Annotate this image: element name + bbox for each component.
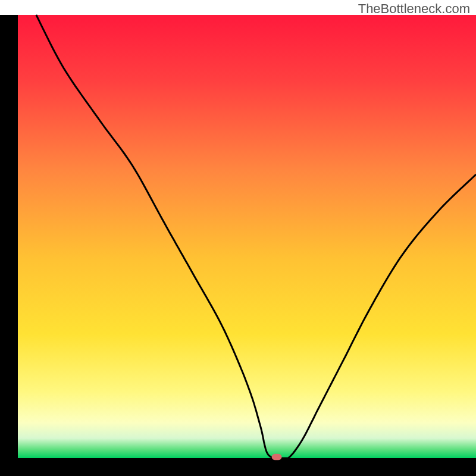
bottleneck-chart: [0, 0, 476, 476]
x-axis-border: [0, 458, 476, 476]
watermark-text: TheBottleneck.com: [358, 1, 470, 17]
plot-background: [18, 15, 476, 458]
y-axis-border: [0, 15, 18, 476]
optimal-marker: [272, 454, 282, 460]
chart-container: TheBottleneck.com: [0, 0, 476, 476]
